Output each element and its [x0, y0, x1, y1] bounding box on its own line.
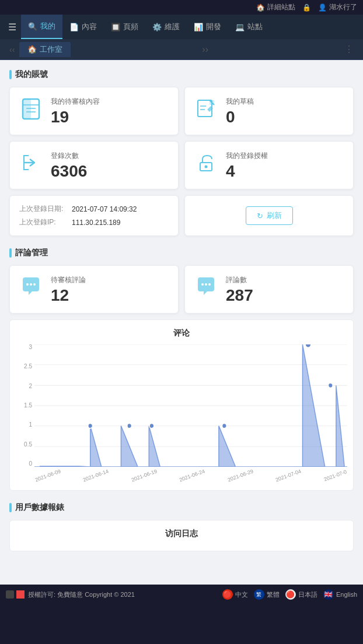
lang-cn-label: 中文 [235, 590, 248, 599]
footer-right: 🔴 中文 繁 繁體 🔴 日本語 🇬🇧 English [222, 589, 357, 600]
svg-point-12 [30, 283, 32, 286]
comment-cards: 待審核評論 12 評論數 287 [9, 265, 354, 314]
login-info-card: 上次登錄日期: 2021-07-07 14:09:32 上次登錄IP: 111.… [9, 195, 179, 236]
home-icon: 🏠 [256, 3, 265, 12]
comment-section: 評論管理 待審核評論 12 [9, 248, 354, 491]
account-cards-middle: 登錄次數 6306 我的登錄授權 4 [9, 141, 354, 189]
login-count-card[interactable]: 登錄次數 6306 [9, 141, 179, 189]
svg-point-16 [208, 283, 211, 286]
access-log-title: 访问日志 [19, 529, 344, 539]
nav-bar: ☰ 🔍 我的 📄 內容 🔲 頁頻 ⚙️ 維護 📊 開發 💻 站點 [0, 15, 363, 39]
svg-point-27 [149, 423, 154, 428]
pending-comments-content: 待審核評論 12 [51, 275, 169, 304]
chart-plot [34, 344, 347, 467]
lang-chinese[interactable]: 🔴 中文 [222, 589, 248, 600]
site-management-link[interactable]: 🏠 詳細站點 [256, 2, 295, 12]
nav-tab-dev[interactable]: 📊 開發 [187, 15, 228, 39]
flag-jp-icon: 🔴 [285, 589, 296, 600]
lock-icon: 🔒 [302, 3, 311, 12]
tab-menu-button[interactable]: ⋮ [340, 41, 358, 57]
tab-prev-arrow[interactable]: ‹‹ [5, 43, 19, 57]
lang-traditional-chinese[interactable]: 繁 繁體 [254, 589, 280, 600]
tab-workspace[interactable]: 🏠 工作室 [19, 42, 71, 57]
chart-title: 评论 [16, 328, 347, 339]
svg-point-11 [26, 283, 29, 286]
login-permissions-card[interactable]: 我的登錄授權 4 [184, 141, 354, 189]
document-icon: 📄 [69, 23, 79, 31]
pending-review-card[interactable]: 我的待審核內容 19 [9, 87, 179, 135]
search-icon: 🔍 [28, 22, 37, 31]
account-cards-bottom: 上次登錄日期: 2021-07-07 14:09:32 上次登錄IP: 111.… [9, 195, 354, 236]
nav-tab-maintenance[interactable]: ⚙️ 維護 [145, 15, 187, 39]
chart-container: 3 2.5 2 1.5 1 0.5 0 [16, 344, 347, 484]
tab-bar: ‹‹ 🏠 工作室 ›› ⋮ [0, 39, 363, 60]
svg-point-29 [305, 344, 311, 347]
chat-total-icon [194, 275, 218, 304]
lang-japanese[interactable]: 🔴 日本語 [285, 589, 317, 600]
tab-next-arrow[interactable]: ›› [197, 42, 213, 57]
comment-section-title: 評論管理 [9, 248, 354, 258]
svg-point-28 [222, 423, 227, 428]
svg-point-25 [88, 423, 93, 428]
footer: 授權許可: 免費隨意 Copyright © 2021 🔴 中文 繁 繁體 🔴 … [0, 585, 363, 604]
user-icon: 👤 [318, 3, 327, 12]
monitor-icon: 💻 [235, 23, 245, 31]
permission-icons [6, 590, 25, 599]
nav-tab-site[interactable]: 💻 站點 [228, 15, 270, 39]
chart-svg [34, 344, 347, 467]
total-comments-content: 評論數 287 [226, 275, 344, 304]
flag-cn-icon: 🔴 [222, 589, 233, 600]
login-count-content: 登錄次數 6306 [51, 151, 169, 180]
pages-icon: 🔲 [111, 23, 120, 31]
copyright-text: 授權許可: 免費隨意 Copyright © 2021 [28, 590, 135, 599]
pending-comments-card[interactable]: 待審核評論 12 [9, 265, 179, 314]
my-account-title: 我的賬號 [9, 69, 354, 80]
unlock-icon [194, 151, 218, 180]
refresh-icon: ↻ [257, 212, 263, 220]
user-profile[interactable]: 👤 湖水行了 [318, 2, 357, 12]
flag-tw-icon: 繁 [254, 589, 264, 600]
svg-point-14 [201, 283, 204, 286]
account-cards-top: 我的待審核內容 19 我的草稿 [9, 87, 354, 135]
my-drafts-card[interactable]: 我的草稿 0 [184, 87, 354, 135]
edit-icon [194, 97, 218, 125]
last-login-ip-row: 上次登錄IP: 111.30.215.189 [19, 217, 169, 227]
lang-english[interactable]: 🇬🇧 English [323, 589, 357, 600]
flag-en-icon: 🇬🇧 [323, 589, 334, 600]
svg-point-13 [33, 283, 36, 286]
nav-tabs: 🔍 我的 📄 內容 🔲 頁頻 ⚙️ 維護 📊 開發 💻 站點 [21, 15, 359, 39]
my-drafts-content: 我的草稿 0 [226, 97, 344, 125]
access-log-section: 访问日志 [9, 520, 354, 551]
user-data-section: 用戶數據報錶 访问日志 [9, 502, 354, 551]
my-account-section: 我的賬號 我的待審核內容 19 [9, 69, 354, 236]
lang-en-label: English [336, 591, 357, 598]
svg-point-15 [205, 283, 207, 286]
total-comments-card[interactable]: 評論數 287 [184, 265, 354, 314]
red-box-icon [16, 590, 25, 599]
nav-tab-pages[interactable]: 🔲 頁頻 [104, 15, 145, 39]
footer-left: 授權許可: 免費隨意 Copyright © 2021 [6, 590, 217, 599]
svg-point-10 [205, 166, 208, 168]
hamburger-button[interactable]: ☰ [4, 17, 21, 37]
gear-icon: ⚙️ [152, 23, 162, 31]
lock-footer-icon [6, 590, 14, 599]
home-tab-icon: 🏠 [27, 45, 37, 54]
refresh-button[interactable]: ↻ 刷新 [246, 206, 293, 225]
user-data-title: 用戶數據報錶 [9, 502, 354, 513]
pending-review-content: 我的待審核內容 19 [51, 97, 169, 125]
login-permissions-content: 我的登錄授權 4 [226, 151, 344, 180]
svg-rect-6 [210, 100, 214, 105]
chart-icon: 📊 [194, 23, 203, 31]
lang-jp-label: 日本語 [298, 590, 317, 599]
chat-pending-icon [19, 275, 43, 304]
chart-x-axis: 2021-06-09 2021-06-14 2021-06-19 2021-06… [34, 467, 347, 484]
login-icon [19, 151, 43, 180]
nav-tab-my[interactable]: 🔍 我的 [21, 15, 62, 39]
nav-tab-content[interactable]: 📄 內容 [62, 15, 104, 39]
top-header: 🏠 詳細站點 🔒 👤 湖水行了 [0, 0, 363, 15]
main-content: 我的賬號 我的待審核內容 19 [0, 60, 363, 585]
book-icon [19, 97, 43, 125]
lang-tw-label: 繁體 [267, 590, 280, 599]
svg-point-30 [328, 383, 333, 388]
refresh-card: ↻ 刷新 [184, 195, 354, 236]
